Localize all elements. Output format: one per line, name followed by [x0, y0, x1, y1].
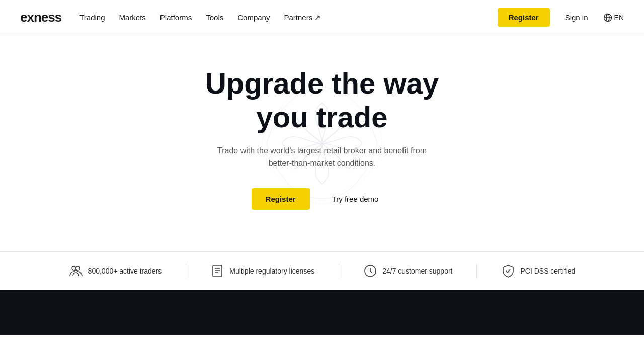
traders-icon: [69, 264, 83, 278]
stat-support-text: 24/7 customer support: [382, 267, 452, 275]
signin-button[interactable]: Sign in: [554, 8, 599, 27]
stats-bar: 800,000+ active traders Multiple regulat…: [0, 251, 644, 290]
nav-item-platforms[interactable]: Platforms: [160, 13, 192, 22]
nav-link-tools[interactable]: Tools: [206, 13, 223, 22]
nav-links: Trading Markets Platforms Tools Company …: [79, 13, 321, 22]
hero-subtitle: Trade with the world's largest retail br…: [205, 144, 439, 170]
hero-buttons: Register Try free demo: [205, 188, 439, 210]
nav-item-partners[interactable]: Partners ↗: [284, 13, 321, 22]
nav-link-company[interactable]: Company: [237, 13, 270, 22]
globe-icon: [603, 13, 612, 22]
logo[interactable]: exness: [20, 10, 61, 25]
stat-traders: 800,000+ active traders: [45, 264, 187, 278]
lang-label: EN: [614, 14, 624, 22]
navbar-left: exness Trading Markets Platforms Tools C…: [20, 10, 321, 25]
stat-licenses: Multiple regulatory licenses: [186, 264, 339, 278]
licenses-icon: [210, 264, 224, 278]
nav-link-markets[interactable]: Markets: [119, 13, 146, 22]
nav-link-platforms[interactable]: Platforms: [160, 13, 192, 22]
hero-title: Upgrade the way you trade: [205, 67, 439, 134]
hero-demo-button[interactable]: Try free demo: [318, 188, 393, 210]
hero-register-button[interactable]: Register: [252, 188, 310, 210]
stat-support: 24/7 customer support: [339, 264, 477, 278]
stat-traders-text: 800,000+ active traders: [88, 267, 162, 275]
svg-point-5: [72, 266, 76, 270]
stat-pci-text: PCI DSS certified: [520, 267, 575, 275]
hero-content: Upgrade the way you trade Trade with the…: [205, 67, 439, 210]
language-button[interactable]: EN: [603, 13, 624, 22]
svg-rect-7: [213, 265, 222, 277]
navbar-right: Register Sign in EN: [498, 8, 624, 27]
nav-link-trading[interactable]: Trading: [79, 13, 105, 22]
hero-section: Upgrade the way you trade Trade with the…: [0, 35, 644, 251]
stat-licenses-text: Multiple regulatory licenses: [229, 267, 314, 275]
nav-item-trading[interactable]: Trading: [79, 13, 105, 22]
navbar: exness Trading Markets Platforms Tools C…: [0, 0, 644, 35]
register-button[interactable]: Register: [498, 8, 550, 27]
footer-dark: [0, 290, 644, 335]
nav-item-company[interactable]: Company: [237, 13, 270, 22]
pci-icon: [501, 264, 515, 278]
stat-pci: PCI DSS certified: [477, 264, 599, 278]
nav-item-markets[interactable]: Markets: [119, 13, 146, 22]
nav-item-tools[interactable]: Tools: [206, 13, 223, 22]
support-icon: [363, 264, 377, 278]
svg-point-6: [76, 266, 80, 270]
nav-link-partners[interactable]: Partners ↗: [284, 13, 321, 22]
